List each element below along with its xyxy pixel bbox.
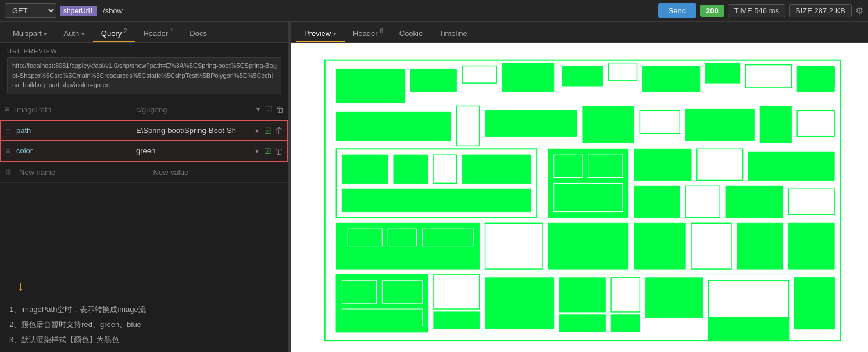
svg-rect-35 xyxy=(788,189,834,214)
svg-rect-31 xyxy=(748,152,834,180)
map-svg xyxy=(297,49,862,346)
svg-rect-42 xyxy=(634,223,686,269)
url-preview-label: URL PREVIEW xyxy=(7,48,281,55)
new-param-value-input[interactable] xyxy=(150,167,284,178)
svg-rect-12 xyxy=(456,106,479,146)
svg-rect-18 xyxy=(797,110,834,136)
svg-rect-7 xyxy=(642,66,699,92)
svg-rect-41 xyxy=(548,223,628,269)
svg-rect-43 xyxy=(691,223,731,269)
svg-rect-4 xyxy=(502,63,554,92)
param-dropdown-path[interactable]: ▾ xyxy=(252,127,262,135)
size-badge: SIZE 287.2 KB xyxy=(789,4,852,17)
status-badge: 200 xyxy=(700,5,724,17)
new-param-name-input[interactable] xyxy=(16,167,150,178)
param-check-imagepath[interactable]: ☑ xyxy=(263,105,274,114)
right-tab-timeline[interactable]: Timeline xyxy=(431,26,476,42)
svg-rect-3 xyxy=(462,66,496,84)
param-row-imagepath: ≡ ▾ ☑ 🗑 xyxy=(0,99,288,120)
param-dropdown[interactable]: ▾ xyxy=(253,105,263,113)
note-2: 2、颜色后台暂时支持red、green、blue xyxy=(9,317,279,332)
right-tab-header[interactable]: Header 6 xyxy=(345,24,391,42)
svg-rect-54 xyxy=(645,278,702,318)
param-name-imagepath[interactable] xyxy=(12,103,133,116)
right-tab-bar: Preview ▾ Header 6 Cookie Timeline xyxy=(291,22,868,43)
svg-rect-9 xyxy=(746,65,792,88)
svg-rect-30 xyxy=(697,149,743,180)
svg-rect-51 xyxy=(485,278,554,329)
url-input[interactable] xyxy=(101,5,655,16)
svg-rect-21 xyxy=(394,155,428,183)
map-area xyxy=(291,43,868,352)
note-3: 3、默认渲染样式【颜色】为黑色 xyxy=(9,332,279,347)
tab-header[interactable]: Header 1 xyxy=(135,24,181,42)
left-tab-bar: Multipart ▾ Auth ▾ Query 2 Header 1 Docs xyxy=(0,22,288,43)
param-value-imagepath[interactable] xyxy=(133,103,253,116)
svg-rect-2 xyxy=(411,69,457,91)
svg-rect-52 xyxy=(560,278,606,312)
param-dropdown-color[interactable]: ▾ xyxy=(252,147,262,155)
left-pane: Multipart ▾ Auth ▾ Query 2 Header 1 Docs… xyxy=(0,22,289,352)
svg-rect-20 xyxy=(342,155,388,183)
url-preview-box: http://localhost:8081/appleyk/api/v1.0/s… xyxy=(7,57,281,94)
url-preview-section: URL PREVIEW http://localhost:8081/appley… xyxy=(0,43,288,99)
tab-docs[interactable]: Docs xyxy=(181,26,215,42)
param-check-path[interactable]: ☑ xyxy=(262,126,273,135)
param-delete-color[interactable]: 🗑 xyxy=(273,146,285,156)
svg-rect-14 xyxy=(583,106,634,143)
right-tab-cookie[interactable]: Cookie xyxy=(391,26,431,42)
svg-rect-57 xyxy=(434,312,480,329)
param-name-color[interactable] xyxy=(13,144,133,157)
svg-rect-17 xyxy=(760,106,791,143)
copy-icon[interactable]: ⧉ xyxy=(272,61,277,71)
tab-query[interactable]: Query 2 xyxy=(93,24,135,42)
url-tag[interactable]: shperUrl1 xyxy=(60,6,97,16)
drag-handle-path[interactable]: ≡ xyxy=(1,126,13,135)
drag-handle[interactable]: ≡ xyxy=(0,105,12,114)
param-value-color[interactable] xyxy=(133,144,252,157)
svg-rect-6 xyxy=(608,63,637,81)
send-button[interactable]: Send xyxy=(658,3,696,18)
svg-rect-1 xyxy=(337,69,405,103)
right-pane: Preview ▾ Header 6 Cookie Timeline xyxy=(291,22,868,352)
param-check-color[interactable]: ☑ xyxy=(262,146,273,156)
params-table: ≡ ▾ ☑ 🗑 ≡ ▾ ☑ 🗑 ≡ ▾ xyxy=(0,99,288,277)
param-value-path[interactable] xyxy=(133,124,252,137)
method-select[interactable]: GET POST PUT DELETE xyxy=(5,3,56,18)
main-layout: Multipart ▾ Auth ▾ Query 2 Header 1 Docs… xyxy=(0,22,868,352)
svg-rect-45 xyxy=(788,223,834,269)
svg-rect-53 xyxy=(611,278,640,312)
svg-rect-33 xyxy=(685,186,720,217)
arrow-indicator: ↓ xyxy=(17,279,288,294)
time-badge: TIME 546 ms xyxy=(728,4,785,17)
right-tab-preview[interactable]: Preview ▾ xyxy=(296,26,345,42)
svg-rect-11 xyxy=(337,112,451,140)
svg-rect-5 xyxy=(562,66,602,86)
settings-icon[interactable]: ⚙ xyxy=(855,5,863,16)
param-row-path: ≡ ▾ ☑ 🗑 xyxy=(0,120,288,141)
param-name-path[interactable] xyxy=(13,124,133,137)
param-delete-path[interactable]: 🗑 xyxy=(273,126,285,135)
svg-rect-34 xyxy=(726,186,783,217)
new-param-row: ⚙ xyxy=(0,162,288,183)
drag-handle-color[interactable]: ≡ xyxy=(1,146,13,156)
svg-rect-29 xyxy=(634,149,691,180)
param-row-color: ≡ ▾ ☑ 🗑 xyxy=(0,141,288,162)
svg-rect-50 xyxy=(434,275,480,309)
svg-rect-22 xyxy=(434,155,456,183)
new-param-gear-icon: ⚙ xyxy=(5,167,12,177)
svg-rect-13 xyxy=(485,110,577,136)
top-bar: GET POST PUT DELETE shperUrl1 Send 200 T… xyxy=(0,0,868,22)
svg-rect-32 xyxy=(634,186,680,217)
tab-multipart[interactable]: Multipart ▾ xyxy=(5,26,55,42)
svg-rect-65 xyxy=(812,70,831,84)
svg-rect-59 xyxy=(611,315,640,332)
svg-rect-23 xyxy=(462,155,531,183)
note-1: 1、imagePath空时，表示转换成image流 xyxy=(9,302,279,317)
svg-rect-8 xyxy=(706,63,740,83)
url-preview-text: http://localhost:8081/appleyk/api/v1.0/s… xyxy=(12,62,273,88)
tab-auth[interactable]: Auth ▾ xyxy=(55,26,92,42)
svg-rect-60 xyxy=(709,318,789,340)
param-delete-imagepath[interactable]: 🗑 xyxy=(274,105,286,114)
svg-rect-44 xyxy=(737,223,783,269)
